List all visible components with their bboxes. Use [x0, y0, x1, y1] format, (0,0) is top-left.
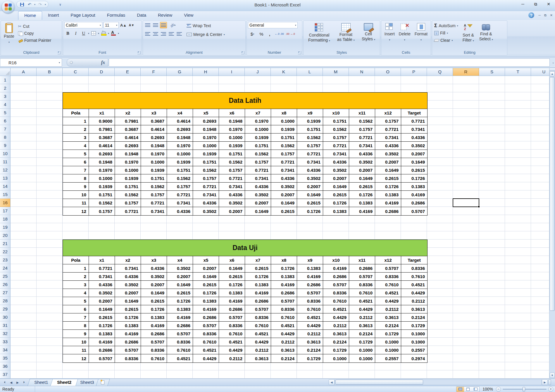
table-cell[interactable]: 0.3687 — [141, 117, 167, 125]
table-cell[interactable]: 0.7610 — [323, 297, 349, 305]
row-header-32[interactable]: 32 — [0, 329, 11, 338]
table-cell[interactable]: 0.2686 — [193, 313, 219, 322]
table-cell[interactable]: 0.5707 — [89, 354, 115, 362]
workbook-minimize-button[interactable]: ─ — [538, 13, 541, 17]
table-cell[interactable]: 0.4336 — [141, 264, 167, 273]
table-cell[interactable]: 0.5707 — [271, 297, 297, 305]
borders-button[interactable] — [90, 30, 97, 37]
table-cell[interactable]: 0.4521 — [297, 313, 323, 322]
copy-button[interactable]: Copy — [17, 30, 52, 37]
data-latih-title[interactable]: Data Latih — [63, 93, 427, 109]
table-cell[interactable]: 0.1383 — [167, 305, 193, 313]
table-cell[interactable]: 0.1757 — [375, 117, 401, 125]
row-header-22[interactable]: 22 — [0, 248, 11, 256]
table-cell[interactable]: 0.2686 — [245, 297, 271, 305]
table-cell[interactable]: 0.2686 — [349, 264, 375, 273]
table-cell[interactable]: 0.1726 — [349, 191, 375, 199]
table-header-cell[interactable]: x6 — [219, 256, 245, 264]
row-header-12[interactable]: 12 — [0, 166, 11, 174]
scroll-left-button[interactable]: ◀ — [329, 379, 335, 385]
table-header-cell[interactable]: x2 — [115, 109, 141, 117]
table-cell[interactable]: 0.2007 — [271, 191, 297, 199]
table-cell[interactable]: 0.2112 — [271, 338, 297, 346]
table-cell[interactable]: 5 — [63, 297, 89, 305]
table-header-cell[interactable]: Target — [401, 109, 427, 117]
bottom-align-button[interactable] — [160, 22, 167, 28]
table-cell[interactable]: 9 — [63, 330, 89, 338]
table-cell[interactable]: 0.3502 — [401, 142, 427, 150]
wrap-text-button[interactable]: Wrap Text — [186, 22, 226, 29]
table-cell[interactable]: 0.1729 — [297, 354, 323, 362]
table-cell[interactable]: 0.8336 — [167, 338, 193, 346]
table-cell[interactable]: 0.1939 — [193, 150, 219, 158]
table-cell[interactable]: 0.3502 — [89, 289, 115, 297]
column-header-D[interactable]: D — [89, 68, 115, 76]
table-cell[interactable]: 0.1000 — [115, 166, 141, 174]
table-cell[interactable]: 0.8336 — [115, 354, 141, 362]
table-cell[interactable]: 0.4521 — [375, 289, 401, 297]
cut-button[interactable]: ✂Cut — [17, 23, 52, 30]
row-header-1[interactable]: 1 — [0, 76, 11, 84]
table-cell[interactable]: 0.1939 — [167, 158, 193, 166]
table-cell[interactable]: 0.5707 — [323, 281, 349, 289]
table-cell[interactable]: 0.7610 — [219, 330, 245, 338]
table-cell[interactable]: 1 — [63, 264, 89, 273]
table-cell[interactable]: 0.1939 — [141, 166, 167, 174]
table-header-cell[interactable]: x4 — [167, 256, 193, 264]
table-cell[interactable]: 0.2686 — [323, 273, 349, 281]
table-cell[interactable]: 0.1948 — [115, 150, 141, 158]
table-cell[interactable]: 0.1757 — [271, 150, 297, 158]
column-header-M[interactable]: M — [323, 68, 349, 76]
row-header-30[interactable]: 30 — [0, 313, 11, 321]
table-cell[interactable]: 0.7721 — [375, 125, 401, 133]
table-cell[interactable]: 0.1000 — [349, 346, 375, 354]
row-header-34[interactable]: 34 — [0, 346, 11, 354]
table-cell[interactable]: 0.7721 — [349, 133, 375, 142]
column-header-F[interactable]: F — [141, 68, 167, 76]
find-select-button[interactable]: Find &Select ▾ — [478, 22, 495, 44]
table-cell[interactable]: 0.4169 — [349, 207, 375, 215]
select-all-button[interactable] — [0, 68, 11, 76]
table-cell[interactable]: 0.3613 — [245, 354, 271, 362]
table-cell[interactable]: 0.1383 — [89, 330, 115, 338]
table-cell[interactable]: 0.2686 — [401, 199, 427, 207]
tab-data[interactable]: Data — [131, 11, 152, 20]
table-cell[interactable]: 0.1726 — [323, 199, 349, 207]
name-box[interactable]: R16 ▾ — [0, 58, 62, 67]
table-cell[interactable]: 0.2686 — [375, 207, 401, 215]
table-cell[interactable]: 0.7341 — [323, 150, 349, 158]
conditional-formatting-button[interactable]: ConditionalFormatting ▾ — [306, 22, 332, 44]
table-cell[interactable]: 0.1562 — [323, 125, 349, 133]
table-cell[interactable]: 0.8336 — [323, 289, 349, 297]
table-cell[interactable]: 9 — [63, 183, 89, 191]
table-cell[interactable]: 0.2686 — [167, 322, 193, 330]
table-cell[interactable]: 0.4429 — [271, 330, 297, 338]
format-painter-button[interactable]: Format Painter — [17, 37, 52, 44]
table-cell[interactable]: 0.2112 — [349, 313, 375, 322]
table-cell[interactable]: 5 — [63, 150, 89, 158]
delete-cells-button[interactable]: ✕ Delete▾ — [397, 22, 412, 44]
align-right-button[interactable] — [160, 31, 167, 37]
table-cell[interactable]: 0.1649 — [167, 281, 193, 289]
table-cell[interactable]: 0.3502 — [219, 199, 245, 207]
selected-cell[interactable] — [453, 198, 479, 207]
table-cell[interactable]: 0.1562 — [349, 117, 375, 125]
insert-cells-button[interactable]: Insert▾ — [383, 22, 397, 44]
table-cell[interactable]: 0.2615 — [115, 305, 141, 313]
table-header-cell[interactable]: x5 — [193, 256, 219, 264]
table-cell[interactable]: 11 — [63, 199, 89, 207]
table-cell[interactable]: 1 — [63, 117, 89, 125]
table-cell[interactable]: 0.4336 — [115, 273, 141, 281]
table-cell[interactable]: 0.1751 — [141, 174, 167, 183]
table-cell[interactable]: 0.4521 — [219, 338, 245, 346]
table-cell[interactable]: 0.7610 — [349, 289, 375, 297]
vertical-scrollbar[interactable]: ▲ ▼ — [549, 68, 555, 379]
zoom-slider-thumb[interactable] — [523, 387, 525, 391]
table-header-cell[interactable]: x9 — [297, 256, 323, 264]
table-cell[interactable]: 0.7341 — [297, 158, 323, 166]
table-cell[interactable]: 4 — [63, 142, 89, 150]
table-cell[interactable]: 0.5707 — [349, 273, 375, 281]
table-cell[interactable]: 0.5707 — [219, 313, 245, 322]
first-sheet-button[interactable]: ⏴ — [2, 380, 8, 385]
table-cell[interactable]: 0.2007 — [115, 289, 141, 297]
